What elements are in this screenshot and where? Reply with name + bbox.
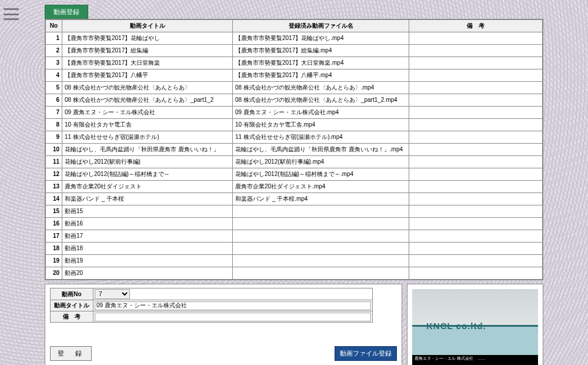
cell-file: 11 株式会社せせらぎ宿(湯瀬ホテル).mp4 xyxy=(233,131,409,144)
cell-file: 10 有限会社タカヤ電工舎.mp4 xyxy=(233,119,409,131)
cell-title: 和楽器バンド _ 千本桜 xyxy=(62,193,233,205)
cell-file: 【鹿角市市勢要覧2017】花輪ばやし.mp4 xyxy=(233,32,409,45)
cell-file: 花輪ばやし2012(駅前行事編).mp4 xyxy=(233,156,409,168)
table-row[interactable]: 709 鹿角エヌ・シー・エル株式会社09 鹿角エヌ・シー・エル株式会社.mp4 xyxy=(46,107,543,119)
cell-title: 08 株式会社かづの観光物産公社〈あんとらあ〉 xyxy=(62,82,233,94)
video-title-input[interactable] xyxy=(95,301,371,310)
cell-file: 【鹿角市市勢要覧2017】総集編.mp4 xyxy=(233,45,409,57)
col-no: No xyxy=(46,20,62,32)
cell-no: 1 xyxy=(46,32,62,45)
cell-file: 花輪ばやし2012(朝詰編)～稲村橋まで～.mp4 xyxy=(233,168,409,181)
cell-note xyxy=(409,69,543,82)
table-row[interactable]: 16動画16 xyxy=(46,218,543,230)
cell-title: 【鹿角市市勢要覧2017】大日堂舞楽 xyxy=(62,57,233,69)
cell-no: 14 xyxy=(46,193,62,205)
cell-no: 13 xyxy=(46,181,62,193)
table-row[interactable]: 13鹿角市企業20社ダイジェスト鹿角市企業20社ダイジェスト.mp4 xyxy=(46,181,543,193)
preview-caption: 鹿角エヌ・シー・エル 株式会社 …… xyxy=(412,355,538,365)
cell-no: 12 xyxy=(46,168,62,181)
cell-no: 18 xyxy=(46,243,62,255)
register-button[interactable]: 登 録 xyxy=(50,346,92,361)
cell-note xyxy=(409,156,543,168)
cell-no: 3 xyxy=(46,57,62,69)
cell-note xyxy=(409,218,543,230)
cell-title: 【鹿角市市勢要覧2017】花輪ばやし xyxy=(62,32,233,45)
main-panel: 動画登録 No 動画タイトル 登録済み動画ファイル名 備 考 1【鹿角市市勢要覧… xyxy=(45,5,543,365)
table-row[interactable]: 2【鹿角市市勢要覧2017】総集編【鹿角市市勢要覧2017】総集編.mp4 xyxy=(46,45,543,57)
table-row[interactable]: 19動画19 xyxy=(46,255,543,267)
cell-no: 6 xyxy=(46,94,62,107)
label-video-title: 動画タイトル xyxy=(51,300,93,311)
cell-note xyxy=(409,119,543,131)
video-no-select[interactable]: 7 xyxy=(95,289,130,299)
cell-note xyxy=(409,267,543,280)
preview-sign: KNCL co.ltd. xyxy=(426,321,486,331)
cell-title: 09 鹿角エヌ・シー・エル株式会社 xyxy=(62,107,233,119)
cell-file: 09 鹿角エヌ・シー・エル株式会社.mp4 xyxy=(233,107,409,119)
cell-note xyxy=(409,181,543,193)
cell-title: 花輪ばやし2012(朝詰編)～稲村橋まで～ xyxy=(62,168,233,181)
cell-no: 5 xyxy=(46,82,62,94)
label-video-no: 動画No xyxy=(51,288,93,300)
table-row[interactable]: 810 有限会社タカヤ電工舎10 有限会社タカヤ電工舎.mp4 xyxy=(46,119,543,131)
cell-title: 動画17 xyxy=(62,230,233,243)
table-row[interactable]: 14和楽器バンド _ 千本桜和楽器バンド _ 千本桜.mp4 xyxy=(46,193,543,205)
table-row[interactable]: 15動画15 xyxy=(46,205,543,218)
table-row[interactable]: 11花輪ばやし2012(駅前行事編)花輪ばやし2012(駅前行事編).mp4 xyxy=(46,156,543,168)
cell-note xyxy=(409,168,543,181)
cell-file xyxy=(233,267,409,280)
table-row[interactable]: 1【鹿角市市勢要覧2017】花輪ばやし【鹿角市市勢要覧2017】花輪ばやし.mp… xyxy=(46,32,543,45)
cell-file: 花輪ばやし、毛馬内盆踊り「秋田県鹿角市 鹿角いいね！」.mp4 xyxy=(233,144,409,156)
cell-note xyxy=(409,255,543,267)
table-row[interactable]: 18動画18 xyxy=(46,243,543,255)
col-file: 登録済み動画ファイル名 xyxy=(233,20,409,32)
video-list-frame: No 動画タイトル 登録済み動画ファイル名 備 考 1【鹿角市市勢要覧2017】… xyxy=(45,19,543,280)
cell-file: 【鹿角市市勢要覧2017】大日堂舞楽.mp4 xyxy=(233,57,409,69)
table-row[interactable]: 20動画20 xyxy=(46,267,543,280)
cell-title: 10 有限会社タカヤ電工舎 xyxy=(62,119,233,131)
table-row[interactable]: 911 株式会社せせらぎ宿(湯瀬ホテル)11 株式会社せせらぎ宿(湯瀬ホテル).… xyxy=(46,131,543,144)
tab-video-register[interactable]: 動画登録 xyxy=(45,5,88,19)
cell-no: 2 xyxy=(46,45,62,57)
cell-note xyxy=(409,94,543,107)
cell-no: 7 xyxy=(46,107,62,119)
file-register-button[interactable]: 動画ファイル登録 xyxy=(335,346,397,361)
cell-title: 動画18 xyxy=(62,243,233,255)
table-row[interactable]: 4【鹿角市市勢要覧2017】八幡平【鹿角市市勢要覧2017】八幡平.mp4 xyxy=(46,69,543,82)
cell-title: 花輪ばやし、毛馬内盆踊り「秋田県鹿角市 鹿角いいね！」 xyxy=(62,144,233,156)
menu-icon[interactable] xyxy=(4,8,19,20)
cell-note xyxy=(409,144,543,156)
cell-note xyxy=(409,243,543,255)
cell-note xyxy=(409,107,543,119)
table-row[interactable]: 10花輪ばやし、毛馬内盆踊り「秋田県鹿角市 鹿角いいね！」花輪ばやし、毛馬内盆踊… xyxy=(46,144,543,156)
table-row[interactable]: 508 株式会社かづの観光物産公社〈あんとらあ〉08 株式会社かづの観光物産公社… xyxy=(46,82,543,94)
table-row[interactable]: 608 株式会社かづの観光物産公社〈あんとらあ〉_part1_208 株式会社か… xyxy=(46,94,543,107)
cell-no: 4 xyxy=(46,69,62,82)
col-title: 動画タイトル xyxy=(62,20,233,32)
cell-file xyxy=(233,255,409,267)
table-row[interactable]: 3【鹿角市市勢要覧2017】大日堂舞楽【鹿角市市勢要覧2017】大日堂舞楽.mp… xyxy=(46,57,543,69)
cell-file: 08 株式会社かづの観光物産公社〈あんとらあ〉_part1_2.mp4 xyxy=(233,94,409,107)
cell-file xyxy=(233,243,409,255)
cell-file: 【鹿角市市勢要覧2017】八幡平.mp4 xyxy=(233,69,409,82)
video-table: No 動画タイトル 登録済み動画ファイル名 備 考 1【鹿角市市勢要覧2017】… xyxy=(45,19,543,280)
cell-file: 和楽器バンド _ 千本桜.mp4 xyxy=(233,193,409,205)
table-row[interactable]: 17動画17 xyxy=(46,230,543,243)
cell-note xyxy=(409,230,543,243)
cell-note xyxy=(409,82,543,94)
note-input[interactable] xyxy=(95,313,371,321)
cell-note xyxy=(409,45,543,57)
cell-title: 【鹿角市市勢要覧2017】八幡平 xyxy=(62,69,233,82)
cell-no: 8 xyxy=(46,119,62,131)
cell-no: 16 xyxy=(46,218,62,230)
video-preview[interactable]: KNCL co.ltd. 鹿角エヌ・シー・エル 株式会社 …… xyxy=(407,284,543,365)
cell-title: 【鹿角市市勢要覧2017】総集編 xyxy=(62,45,233,57)
cell-no: 20 xyxy=(46,267,62,280)
cell-file xyxy=(233,218,409,230)
cell-note xyxy=(409,193,543,205)
table-row[interactable]: 12花輪ばやし2012(朝詰編)～稲村橋まで～花輪ばやし2012(朝詰編)～稲村… xyxy=(46,168,543,181)
cell-note xyxy=(409,205,543,218)
cell-no: 19 xyxy=(46,255,62,267)
cell-no: 11 xyxy=(46,156,62,168)
cell-no: 9 xyxy=(46,131,62,144)
